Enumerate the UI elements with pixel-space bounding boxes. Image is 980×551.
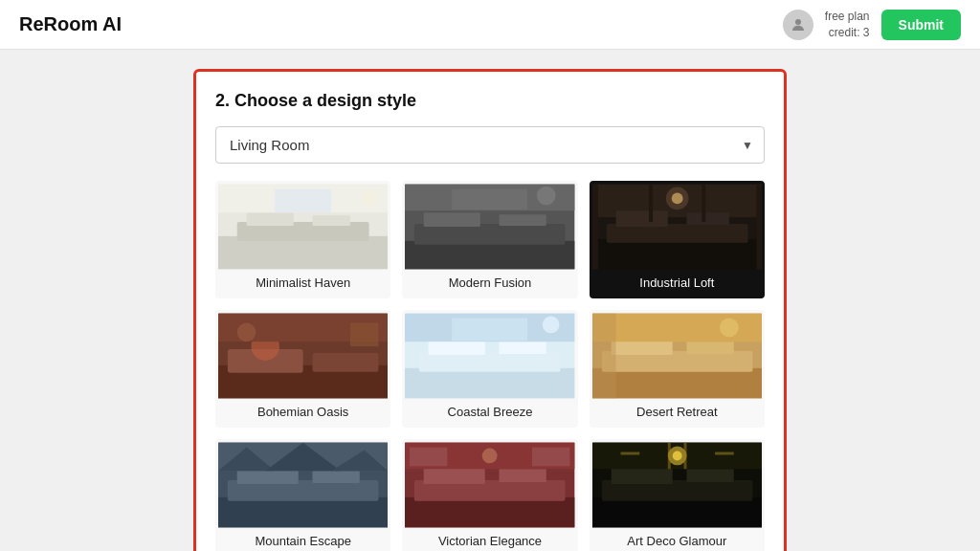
style-card-coastal-breeze[interactable]: Coastal Breeze — [402, 310, 577, 428]
svg-point-0 — [795, 19, 801, 25]
svg-rect-26 — [756, 185, 762, 270]
style-label-desert-retreat: Desert Retreat — [592, 399, 762, 425]
style-image-victorian-elegance — [405, 442, 574, 528]
style-card-minimalist-haven[interactable]: Minimalist Haven — [215, 181, 390, 298]
svg-rect-25 — [592, 185, 598, 270]
svg-rect-72 — [592, 497, 762, 528]
style-grid: Minimalist Haven Modern Fusion — [215, 181, 765, 551]
svg-rect-66 — [500, 469, 546, 482]
svg-point-78 — [672, 452, 681, 461]
style-card-art-deco-glamour[interactable]: Art Deco Glamour — [590, 439, 765, 551]
svg-rect-54 — [218, 497, 388, 528]
style-label-industrial-loft: Industrial Loft — [592, 270, 762, 296]
svg-point-15 — [537, 187, 556, 206]
room-type-dropdown[interactable]: Living Room Bedroom Kitchen Bathroom Off… — [215, 126, 765, 164]
design-style-panel: 2. Choose a design style Living Room Bed… — [193, 69, 787, 551]
svg-rect-18 — [592, 239, 762, 270]
svg-point-51 — [720, 319, 739, 338]
style-image-mountain-escape — [218, 442, 388, 528]
style-label-art-deco-glamour: Art Deco Glamour — [592, 528, 762, 551]
style-image-minimalist-haven — [218, 184, 388, 270]
svg-rect-22 — [686, 212, 728, 225]
svg-rect-27 — [649, 185, 653, 222]
svg-rect-21 — [615, 210, 667, 227]
svg-rect-75 — [686, 469, 733, 482]
svg-rect-11 — [414, 224, 566, 245]
svg-rect-56 — [237, 469, 299, 484]
svg-rect-43 — [453, 319, 528, 342]
style-image-desert-retreat — [592, 313, 762, 399]
style-image-modern-fusion — [405, 184, 574, 270]
svg-rect-12 — [424, 212, 480, 227]
submit-button[interactable]: Submit — [881, 10, 961, 40]
style-label-bohemian-oasis: Bohemian Oasis — [218, 399, 388, 425]
svg-rect-52 — [592, 314, 616, 399]
svg-rect-7 — [275, 189, 331, 213]
style-label-victorian-elegance: Victorian Elegance — [405, 528, 574, 551]
main-content: 2. Choose a design style Living Room Bed… — [0, 50, 980, 551]
svg-rect-40 — [429, 340, 485, 355]
svg-point-70 — [482, 449, 498, 464]
svg-point-24 — [671, 193, 682, 205]
style-image-industrial-loft — [592, 184, 762, 270]
svg-rect-32 — [313, 353, 379, 372]
style-image-bohemian-oasis — [218, 313, 388, 399]
svg-rect-82 — [715, 452, 734, 455]
svg-rect-38 — [405, 368, 574, 399]
svg-rect-79 — [667, 443, 670, 470]
svg-rect-28 — [702, 185, 705, 222]
svg-rect-2 — [218, 236, 388, 269]
style-image-coastal-breeze — [405, 313, 574, 399]
style-label-mountain-escape: Mountain Escape — [218, 528, 388, 551]
section-title: 2. Choose a design style — [215, 91, 765, 111]
plan-label: free plan — [825, 9, 870, 25]
svg-rect-69 — [532, 448, 569, 467]
svg-rect-49 — [686, 342, 733, 354]
svg-rect-5 — [313, 215, 350, 226]
style-label-modern-fusion: Modern Fusion — [405, 270, 574, 296]
app-logo: ReRoom AI — [19, 13, 122, 35]
svg-rect-74 — [611, 467, 672, 484]
credit-label: credit: 3 — [825, 25, 870, 41]
svg-rect-41 — [500, 342, 546, 354]
svg-rect-16 — [453, 189, 528, 210]
svg-rect-68 — [410, 448, 447, 467]
style-label-coastal-breeze: Coastal Breeze — [405, 399, 574, 425]
style-card-industrial-loft[interactable]: Industrial Loft — [590, 181, 765, 298]
svg-rect-81 — [620, 452, 639, 455]
svg-point-44 — [543, 317, 560, 334]
plan-info: free plan credit: 3 — [825, 9, 870, 41]
header-right: free plan credit: 3 Submit — [783, 9, 961, 41]
svg-rect-36 — [350, 323, 379, 347]
style-card-desert-retreat[interactable]: Desert Retreat — [590, 310, 765, 428]
svg-rect-80 — [683, 443, 686, 470]
svg-rect-10 — [405, 241, 574, 270]
svg-point-8 — [362, 191, 377, 207]
style-card-mountain-escape[interactable]: Mountain Escape — [215, 439, 390, 551]
svg-point-35 — [237, 323, 256, 342]
style-card-victorian-elegance[interactable]: Victorian Elegance — [402, 439, 577, 551]
style-card-bohemian-oasis[interactable]: Bohemian Oasis — [215, 310, 390, 428]
style-card-modern-fusion[interactable]: Modern Fusion — [402, 181, 577, 298]
svg-rect-4 — [247, 212, 294, 226]
app-header: ReRoom AI free plan credit: 3 Submit — [0, 0, 980, 50]
user-avatar-icon[interactable] — [783, 10, 813, 40]
style-label-minimalist-haven: Minimalist Haven — [218, 270, 388, 296]
room-type-dropdown-wrapper[interactable]: Living Room Bedroom Kitchen Bathroom Off… — [215, 126, 765, 164]
svg-rect-46 — [592, 368, 762, 399]
svg-rect-48 — [611, 340, 672, 355]
svg-rect-57 — [313, 471, 360, 483]
svg-rect-65 — [424, 467, 485, 484]
style-image-art-deco-glamour — [592, 442, 762, 528]
svg-rect-63 — [405, 497, 574, 528]
svg-rect-13 — [500, 214, 546, 226]
